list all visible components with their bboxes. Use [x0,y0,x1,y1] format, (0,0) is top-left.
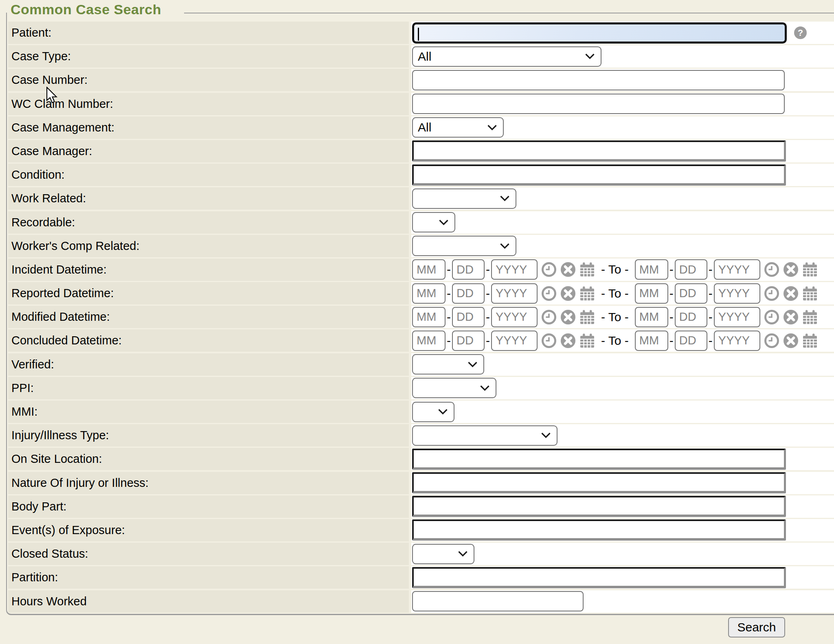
clock-icon[interactable] [764,262,779,277]
calendar-icon[interactable] [802,309,818,325]
field-cell-recordable [411,211,834,234]
verified-select[interactable] [412,354,484,375]
injury-illness-type-select[interactable] [412,425,557,446]
field-cell-hours-worked [411,590,834,613]
hours-worked-input[interactable] [412,591,584,611]
field-label-reported-datetime: Reported Datetime: [8,282,409,304]
reported-datetime-from-year-input[interactable] [491,283,538,304]
wc-claim-number-input[interactable] [412,94,785,114]
mmi-select[interactable] [412,402,454,422]
clock-icon[interactable] [541,262,557,277]
concluded-datetime-to-year-input[interactable] [714,331,760,351]
closed-status-select[interactable] [412,544,474,564]
clock-icon[interactable] [541,309,557,325]
clear-x-icon[interactable] [783,309,799,325]
modified-datetime-to-day-input[interactable] [675,307,707,327]
clear-x-icon[interactable] [783,262,799,277]
form-row-condition: Condition: [8,164,834,186]
case-type-select[interactable]: All [412,46,601,67]
modified-datetime-to-year-input[interactable] [714,307,760,327]
form-row-hours-worked: Hours Worked [8,590,834,613]
recordable-select[interactable] [412,212,455,232]
clear-x-icon[interactable] [560,309,576,325]
reported-datetime-from-month-input[interactable] [412,283,446,304]
case-manager-input[interactable] [412,140,786,162]
calendar-icon[interactable] [802,262,818,277]
work-related-select[interactable] [412,188,516,209]
modified-datetime-from-year-input[interactable] [491,307,538,327]
field-cell-reported-datetime: --- To --- [411,282,834,304]
clock-icon[interactable] [764,286,779,301]
body-part-input[interactable] [412,496,786,517]
search-button[interactable]: Search [728,617,785,637]
form-row-incident-datetime: Incident Datetime:--- To --- [8,258,834,281]
incident-datetime-to-year-input[interactable] [714,259,760,280]
incident-datetime-from-year-input[interactable] [491,259,538,280]
clock-icon[interactable] [764,333,779,348]
concluded-datetime-from-day-input[interactable] [452,331,485,351]
form-row-on-site-location: On Site Location: [8,448,834,470]
form-row-case-manager: Case Manager: [8,140,834,162]
partition-input[interactable] [412,567,786,588]
dash-separator: - [447,310,451,324]
case-management-select[interactable]: All [412,117,504,138]
help-icon[interactable]: ? [794,26,807,39]
calendar-icon[interactable] [579,286,595,301]
calendar-icon[interactable] [579,309,595,325]
case-number-input[interactable] [412,70,785,90]
modified-datetime-from-month-input[interactable] [412,307,446,327]
field-cell-closed-status [411,543,834,565]
patient-input[interactable] [412,22,787,44]
field-label-case-manager: Case Manager: [8,140,409,162]
field-cell-modified-datetime: --- To --- [411,306,834,328]
clock-icon[interactable] [541,286,557,301]
clear-x-icon[interactable] [560,333,576,348]
dash-separator: - [486,287,490,300]
modified-datetime-from-day-input[interactable] [452,307,485,327]
ppi-select[interactable] [412,378,496,398]
form-row-case-type: Case Type:All [8,45,834,68]
field-cell-patient: ? [411,22,834,44]
reported-datetime-from-day-input[interactable] [452,283,485,304]
form-row-closed-status: Closed Status: [8,543,834,565]
worker-s-comp-related-select[interactable] [412,236,516,256]
reported-datetime-to-year-input[interactable] [714,283,760,304]
clock-icon[interactable] [764,309,779,325]
concluded-datetime-to-month-input[interactable] [635,331,668,351]
chevron-down-icon [438,409,448,415]
field-label-modified-datetime: Modified Datetime: [8,306,409,328]
nature-of-injury-or-illness-input[interactable] [412,472,786,493]
on-site-location-input[interactable] [412,449,786,470]
form-row-reported-datetime: Reported Datetime:--- To --- [8,282,834,304]
clock-icon[interactable] [541,333,557,348]
calendar-icon[interactable] [802,333,818,348]
form-row-patient: Patient:? [8,22,834,44]
condition-input[interactable] [412,164,786,186]
field-label-body-part: Body Part: [8,495,409,518]
clear-x-icon[interactable] [783,333,799,348]
incident-datetime-to-day-input[interactable] [675,259,707,280]
chevron-down-icon [500,243,510,249]
clear-x-icon[interactable] [560,262,576,277]
incident-datetime-from-month-input[interactable] [412,259,446,280]
field-label-case-number: Case Number: [8,69,409,91]
clear-x-icon[interactable] [783,286,799,301]
modified-datetime-to-month-input[interactable] [635,307,668,327]
incident-datetime-to-month-input[interactable] [635,259,668,280]
reported-datetime-to-month-input[interactable] [635,283,668,304]
clear-x-icon[interactable] [560,286,576,301]
concluded-datetime-from-year-input[interactable] [491,331,538,351]
dash-separator: - [486,310,490,324]
reported-datetime-to-day-input[interactable] [675,283,707,304]
field-cell-verified [411,353,834,376]
concluded-datetime-from-month-input[interactable] [412,331,446,351]
calendar-icon[interactable] [802,286,818,301]
event-s-of-exposure-input[interactable] [412,519,786,541]
dash-separator: - [709,334,713,348]
incident-datetime-from-day-input[interactable] [452,259,485,280]
form-row-case-number: Case Number: [8,69,834,91]
calendar-icon[interactable] [579,333,595,348]
concluded-datetime-to-day-input[interactable] [675,331,707,351]
dash-separator: - [447,334,451,348]
calendar-icon[interactable] [579,262,595,277]
